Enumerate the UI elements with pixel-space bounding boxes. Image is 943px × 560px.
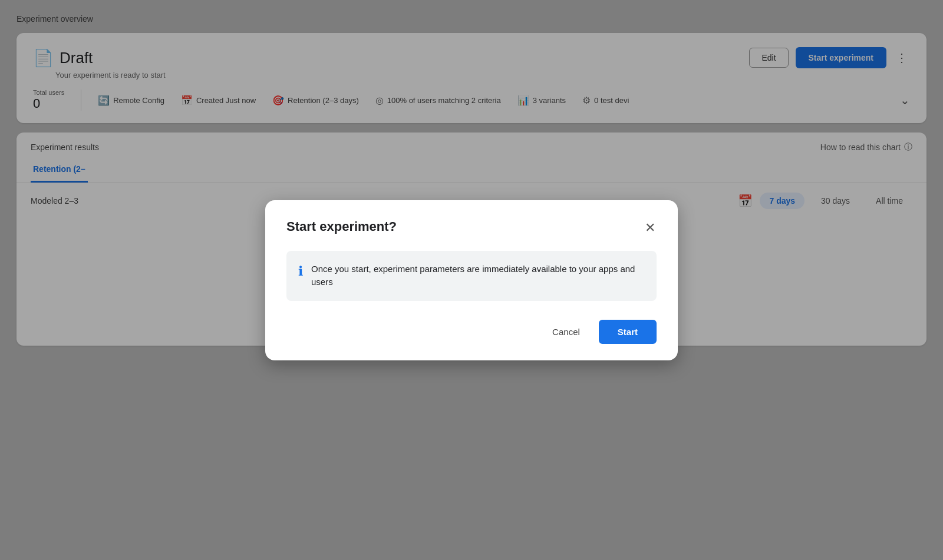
modal-actions: Cancel Start	[286, 320, 657, 344]
modal-close-button[interactable]: ✕	[644, 219, 657, 237]
info-icon: ℹ	[298, 264, 303, 279]
modal-title: Start experiment?	[286, 219, 397, 234]
modal-overlay: Start experiment? ✕ ℹ Once you start, ex…	[0, 0, 943, 560]
start-button[interactable]: Start	[599, 320, 657, 344]
cancel-button[interactable]: Cancel	[543, 321, 589, 343]
modal-info-box: ℹ Once you start, experiment parameters …	[286, 251, 657, 301]
modal-info-text: Once you start, experiment parameters ar…	[311, 263, 645, 289]
start-experiment-modal: Start experiment? ✕ ℹ Once you start, ex…	[265, 200, 678, 360]
